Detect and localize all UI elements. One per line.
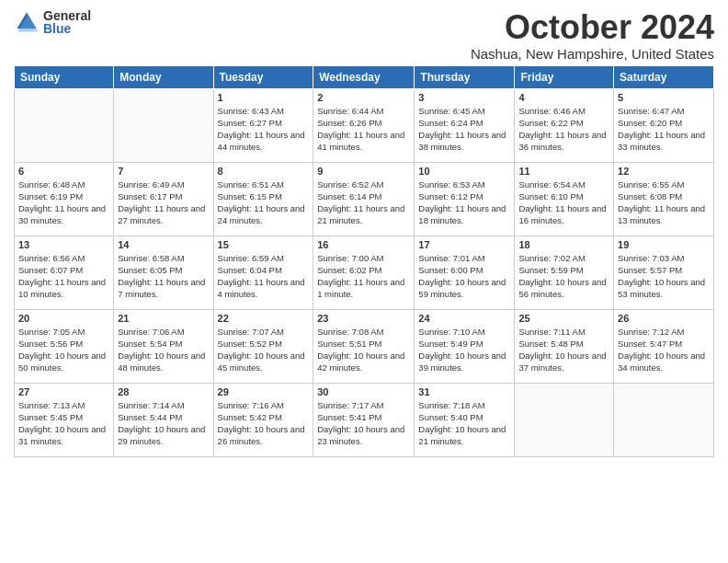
day-number: 25 [518,313,609,324]
calendar-cell: 23Sunrise: 7:08 AM Sunset: 5:51 PM Dayli… [313,309,415,383]
day-number: 3 [418,92,510,103]
title-block: October 2024 Nashua, New Hampshire, Unit… [471,9,714,62]
day-number: 10 [418,166,510,177]
calendar-cell: 10Sunrise: 6:53 AM Sunset: 6:12 PM Dayli… [415,162,515,236]
day-info: Sunrise: 6:44 AM Sunset: 6:26 PM Dayligh… [317,105,410,154]
day-number: 19 [618,239,710,250]
calendar-cell: 24Sunrise: 7:10 AM Sunset: 5:49 PM Dayli… [415,309,515,383]
calendar-cell [114,88,213,162]
day-info: Sunrise: 6:52 AM Sunset: 6:14 PM Dayligh… [317,178,410,227]
calendar-cell: 25Sunrise: 7:11 AM Sunset: 5:48 PM Dayli… [515,309,614,383]
location: Nashua, New Hampshire, United States [471,46,714,62]
calendar-cell: 30Sunrise: 7:17 AM Sunset: 5:41 PM Dayli… [313,383,415,456]
weekday-header: Sunday [15,65,114,88]
day-info: Sunrise: 7:02 AM Sunset: 5:59 PM Dayligh… [518,252,609,301]
day-number: 27 [18,386,109,397]
calendar-cell: 16Sunrise: 7:00 AM Sunset: 6:02 PM Dayli… [313,236,415,309]
calendar-cell: 22Sunrise: 7:07 AM Sunset: 5:52 PM Dayli… [213,309,313,383]
day-number: 29 [218,386,310,397]
calendar-cell: 1Sunrise: 6:43 AM Sunset: 6:27 PM Daylig… [213,88,313,162]
calendar-cell: 26Sunrise: 7:12 AM Sunset: 5:47 PM Dayli… [614,309,714,383]
calendar-cell: 15Sunrise: 6:59 AM Sunset: 6:04 PM Dayli… [213,236,313,309]
day-info: Sunrise: 7:06 AM Sunset: 5:54 PM Dayligh… [118,326,209,374]
weekday-header: Friday [515,65,614,88]
day-info: Sunrise: 6:47 AM Sunset: 6:20 PM Dayligh… [618,105,710,154]
day-number: 6 [18,166,109,177]
day-number: 14 [118,239,209,250]
calendar-cell: 8Sunrise: 6:51 AM Sunset: 6:15 PM Daylig… [213,162,313,236]
day-number: 18 [518,239,609,250]
day-number: 30 [317,386,410,397]
day-number: 15 [218,239,310,250]
day-number: 11 [518,166,609,177]
day-number: 20 [18,313,109,324]
day-number: 24 [418,313,510,324]
weekday-header: Tuesday [213,65,313,88]
calendar-cell: 28Sunrise: 7:14 AM Sunset: 5:44 PM Dayli… [114,383,213,456]
weekday-header-row: SundayMondayTuesdayWednesdayThursdayFrid… [15,65,714,88]
day-info: Sunrise: 7:10 AM Sunset: 5:49 PM Dayligh… [418,326,510,374]
day-number: 13 [18,239,109,250]
header-row: General Blue October 2024 Nashua, New Ha… [14,9,714,62]
day-info: Sunrise: 6:58 AM Sunset: 6:05 PM Dayligh… [118,252,209,301]
day-info: Sunrise: 7:07 AM Sunset: 5:52 PM Dayligh… [218,326,310,374]
calendar-cell: 9Sunrise: 6:52 AM Sunset: 6:14 PM Daylig… [313,162,415,236]
calendar-week-row: 27Sunrise: 7:13 AM Sunset: 5:45 PM Dayli… [15,383,714,456]
logo-text: General Blue [43,9,91,35]
logo-icon [14,9,40,35]
calendar-cell: 6Sunrise: 6:48 AM Sunset: 6:19 PM Daylig… [15,162,114,236]
calendar-week-row: 20Sunrise: 7:05 AM Sunset: 5:56 PM Dayli… [15,309,714,383]
day-number: 7 [118,166,209,177]
month-title: October 2024 [471,9,714,46]
logo-blue: Blue [43,22,91,35]
day-number: 1 [218,92,310,103]
day-info: Sunrise: 7:03 AM Sunset: 5:57 PM Dayligh… [618,252,710,301]
page-container: General Blue October 2024 Nashua, New Ha… [0,0,728,462]
day-number: 26 [618,313,710,324]
calendar-cell: 21Sunrise: 7:06 AM Sunset: 5:54 PM Dayli… [114,309,213,383]
weekday-header: Thursday [415,65,515,88]
day-info: Sunrise: 6:49 AM Sunset: 6:17 PM Dayligh… [118,178,209,227]
day-info: Sunrise: 7:17 AM Sunset: 5:41 PM Dayligh… [317,399,410,448]
day-info: Sunrise: 6:45 AM Sunset: 6:24 PM Dayligh… [418,105,510,154]
day-info: Sunrise: 6:56 AM Sunset: 6:07 PM Dayligh… [18,252,109,301]
calendar-cell: 13Sunrise: 6:56 AM Sunset: 6:07 PM Dayli… [15,236,114,309]
calendar-cell: 17Sunrise: 7:01 AM Sunset: 6:00 PM Dayli… [415,236,515,309]
calendar-cell: 31Sunrise: 7:18 AM Sunset: 5:40 PM Dayli… [415,383,515,456]
day-number: 4 [518,92,609,103]
day-info: Sunrise: 7:14 AM Sunset: 5:44 PM Dayligh… [118,399,209,448]
day-number: 28 [118,386,209,397]
calendar-cell [515,383,614,456]
day-info: Sunrise: 6:43 AM Sunset: 6:27 PM Dayligh… [218,105,310,154]
day-number: 21 [118,313,209,324]
calendar-cell: 19Sunrise: 7:03 AM Sunset: 5:57 PM Dayli… [614,236,714,309]
logo: General Blue [14,9,91,35]
calendar-cell: 5Sunrise: 6:47 AM Sunset: 6:20 PM Daylig… [614,88,714,162]
day-number: 31 [418,386,510,397]
calendar-cell [614,383,714,456]
calendar-cell [15,88,114,162]
day-info: Sunrise: 7:05 AM Sunset: 5:56 PM Dayligh… [18,326,109,374]
day-info: Sunrise: 6:48 AM Sunset: 6:19 PM Dayligh… [18,178,109,227]
calendar-week-row: 1Sunrise: 6:43 AM Sunset: 6:27 PM Daylig… [15,88,714,162]
day-number: 12 [618,166,710,177]
calendar-week-row: 13Sunrise: 6:56 AM Sunset: 6:07 PM Dayli… [15,236,714,309]
day-info: Sunrise: 7:00 AM Sunset: 6:02 PM Dayligh… [317,252,410,301]
calendar-table: SundayMondayTuesdayWednesdayThursdayFrid… [14,65,714,457]
weekday-header: Wednesday [313,65,415,88]
day-number: 16 [317,239,410,250]
day-info: Sunrise: 7:08 AM Sunset: 5:51 PM Dayligh… [317,326,410,374]
calendar-cell: 4Sunrise: 6:46 AM Sunset: 6:22 PM Daylig… [515,88,614,162]
day-info: Sunrise: 7:12 AM Sunset: 5:47 PM Dayligh… [618,326,710,374]
day-number: 22 [218,313,310,324]
day-info: Sunrise: 6:59 AM Sunset: 6:04 PM Dayligh… [218,252,310,301]
day-info: Sunrise: 7:16 AM Sunset: 5:42 PM Dayligh… [218,399,310,448]
day-info: Sunrise: 7:01 AM Sunset: 6:00 PM Dayligh… [418,252,510,301]
logo-general: General [43,9,91,22]
day-number: 2 [317,92,410,103]
day-number: 5 [618,92,710,103]
day-info: Sunrise: 6:51 AM Sunset: 6:15 PM Dayligh… [218,178,310,227]
calendar-cell: 18Sunrise: 7:02 AM Sunset: 5:59 PM Dayli… [515,236,614,309]
calendar-cell: 14Sunrise: 6:58 AM Sunset: 6:05 PM Dayli… [114,236,213,309]
day-info: Sunrise: 6:53 AM Sunset: 6:12 PM Dayligh… [418,178,510,227]
